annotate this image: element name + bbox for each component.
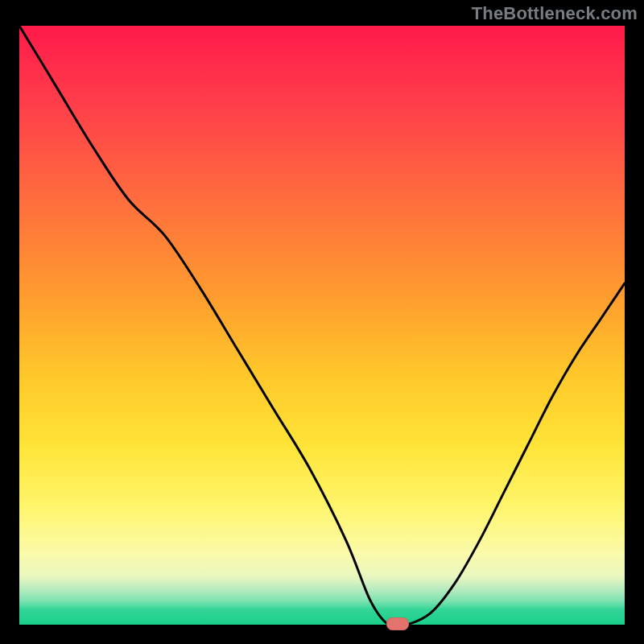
watermark-text: TheBottleneck.com: [472, 3, 638, 24]
chart-svg: [19, 26, 625, 625]
minimum-point-marker: [386, 617, 409, 630]
chart-background-gradient: [19, 26, 625, 625]
chart-plot-area: [19, 26, 625, 625]
